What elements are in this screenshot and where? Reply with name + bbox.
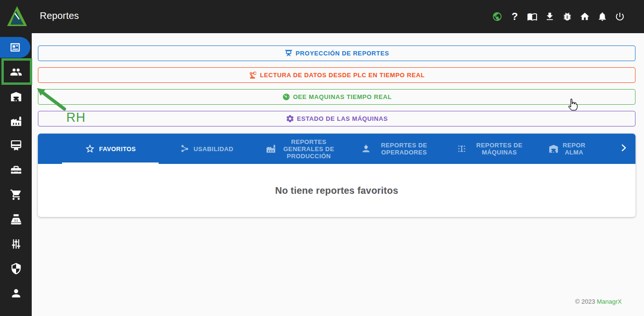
copyright-text: © 2023 xyxy=(575,298,595,305)
tab-bar: FAVORITOS USABILIDAD REPORTES GENERALES … xyxy=(38,134,635,164)
sidebar-item-security[interactable] xyxy=(0,258,32,279)
operator-icon xyxy=(361,144,371,154)
sidebar-item-factory[interactable] xyxy=(0,111,32,132)
cash-register-icon xyxy=(10,213,22,226)
plc-realtime-banner[interactable]: LECTURA DE DATOS DESDE PLC EN TIEMPO REA… xyxy=(38,67,635,83)
active-tab-indicator xyxy=(62,163,159,164)
gear-icon xyxy=(286,114,295,123)
tab-favoritos[interactable]: FAVORITOS xyxy=(62,134,159,164)
newspaper-reports-icon xyxy=(9,41,21,54)
top-bar: Reportes ? xyxy=(0,0,644,33)
help-icon[interactable]: ? xyxy=(509,11,520,22)
globe-icon[interactable] xyxy=(492,11,503,22)
banner-label: ESTADO DE LAS MÁQUINAS xyxy=(297,115,388,122)
tab-label: REPOR ALMA xyxy=(563,142,585,156)
home-icon[interactable] xyxy=(579,11,590,22)
warehouse-icon xyxy=(548,144,559,154)
bug-report-icon[interactable] xyxy=(562,11,573,22)
shopping-cart-icon xyxy=(10,189,22,201)
brand-link[interactable]: ManagrX xyxy=(597,298,622,305)
projection-reports-banner[interactable]: PROYECCIÓN DE REPORTES xyxy=(38,45,635,61)
top-bar-actions: ? xyxy=(492,0,626,33)
sidebar-item-certificates[interactable] xyxy=(0,135,32,156)
annotation-label: RH xyxy=(66,110,86,125)
certificate-icon xyxy=(10,139,22,152)
footer: © 2023 ManagrX xyxy=(575,298,622,305)
annotation-highlight-box xyxy=(1,58,32,85)
tab-label: REPORTES GENERALES DE PRODUCCIÓN xyxy=(280,138,338,160)
tabs-row: FAVORITOS USABILIDAD REPORTES GENERALES … xyxy=(62,134,635,164)
oee-machines-banner[interactable]: OEE MAQUINAS TIEMPO REAL xyxy=(38,89,635,105)
factory-icon xyxy=(266,144,276,154)
machine-icon xyxy=(456,144,467,154)
sidebar-item-purchases[interactable] xyxy=(0,184,32,205)
banner-label: PROYECCIÓN DE REPORTES xyxy=(295,50,389,57)
tab-label: USABILIDAD xyxy=(194,145,233,153)
hub-icon xyxy=(179,144,190,154)
banner-label: LECTURA DE DATOS DESDE PLC EN TIEMPO REA… xyxy=(260,72,425,79)
robot-arm-icon xyxy=(249,71,258,80)
app-logo[interactable] xyxy=(6,5,28,27)
warehouse-icon xyxy=(10,90,22,103)
projector-screen-icon xyxy=(284,49,293,58)
manual-book-icon[interactable] xyxy=(527,11,538,22)
sidebar-item-sales[interactable] xyxy=(0,209,32,230)
tab-usabilidad[interactable]: USABILIDAD xyxy=(159,134,254,164)
empty-favorites-message: No tiene reportes favoritos xyxy=(38,164,635,217)
sidebar-item-toolbox[interactable] xyxy=(0,160,32,181)
toolbox-icon xyxy=(10,164,22,176)
download-icon[interactable] xyxy=(544,11,555,22)
factory-icon xyxy=(10,115,22,127)
sidebar-item-profile[interactable] xyxy=(0,283,32,304)
star-icon xyxy=(85,144,95,154)
person-icon xyxy=(10,287,22,299)
sidebar xyxy=(0,0,32,316)
tab-label: FAVORITOS xyxy=(99,145,136,153)
sidebar-item-configuration[interactable] xyxy=(0,234,32,254)
tab-reportes-generales-produccion[interactable]: REPORTES GENERALES DE PRODUCCIÓN xyxy=(254,134,349,164)
chevron-right-icon xyxy=(618,143,629,155)
tab-label: REPORTES DE OPERADORES xyxy=(375,142,433,156)
shield-icon xyxy=(10,262,22,275)
tab-reportes-operadores[interactable]: REPORTES DE OPERADORES xyxy=(349,134,445,164)
tabs-scroll-right-button[interactable] xyxy=(615,134,632,164)
app-window: Reportes ? PROYECCIÓN DE REPORTES LECTUR… xyxy=(0,0,644,316)
notifications-icon[interactable] xyxy=(597,11,608,22)
reports-card: FAVORITOS USABILIDAD REPORTES GENERALES … xyxy=(38,134,635,217)
sidebar-item-warehouse[interactable] xyxy=(0,86,32,107)
tab-reportes-maquinas[interactable]: REPORTES DE MÁQUINAS xyxy=(445,134,540,164)
gauge-icon xyxy=(282,92,291,101)
banner-label: OEE MAQUINAS TIEMPO REAL xyxy=(293,93,392,100)
tab-label: REPORTES DE MÁQUINAS xyxy=(471,142,528,156)
annotation-arrow xyxy=(33,85,68,113)
sidebar-item-reports[interactable] xyxy=(0,37,30,58)
power-icon[interactable] xyxy=(614,11,626,22)
page-title: Reportes xyxy=(40,10,79,21)
sliders-icon xyxy=(10,238,22,250)
machine-status-banner[interactable]: ESTADO DE LAS MÁQUINAS xyxy=(38,111,635,126)
